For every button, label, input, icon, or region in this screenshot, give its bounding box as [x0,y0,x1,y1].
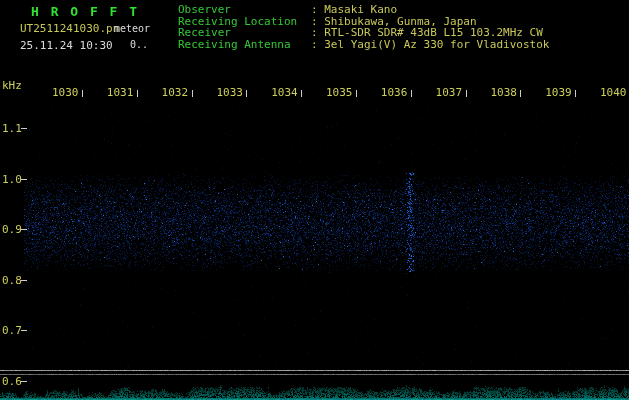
y-axis-tick [21,179,27,180]
y-axis-tick-label: 0.7 [2,324,22,337]
y-axis-unit-label: kHz [2,79,22,92]
info-label: Receiver [178,27,311,39]
x-axis-tick [301,90,302,97]
x-axis-tick [466,90,467,97]
x-axis-tick [192,90,193,97]
y-axis-tick [21,280,27,281]
x-axis-tick-label: 1036 [381,86,408,99]
start-datetime: 25.11.24 10:30 [20,39,113,52]
x-axis-tick-label: 1031 [107,86,134,99]
info-value: : Masaki Kano [311,4,397,16]
info-row: Receiving Antenna: 3el Yagi(V) Az 330 fo… [178,39,549,51]
x-axis-tick-label: 1030 [52,86,79,99]
x-axis-tick-label: 1039 [545,86,572,99]
x-axis-tick [356,90,357,97]
x-axis-tick-label: 1040 [600,86,627,99]
info-label: Observer [178,4,311,16]
observation-tag: meteor [114,23,150,34]
x-axis-tick [575,90,576,97]
info-value: : 3el Yagi(V) Az 330 for Vladivostok [311,39,549,51]
x-axis-tick-label: 1033 [216,86,243,99]
x-axis-tick-label: 1032 [162,86,189,99]
y-axis-tick-label: 0.6 [2,375,22,388]
y-axis-tick-label: 1.1 [2,122,22,135]
app-title: H R O F F T [31,4,139,19]
x-axis-tick [411,90,412,97]
receiver-info-table: Observer: Masaki KanoReceiving Location:… [178,4,549,50]
y-axis-tick-label: 1.0 [2,173,22,186]
x-axis-tick-label: 1037 [436,86,463,99]
y-axis-tick [21,128,27,129]
info-value: : RTL-SDR SDR# 43dB L15 103.2MHz CW [311,27,543,39]
spectrogram-canvas [0,0,629,400]
x-axis-tick-label: 1038 [490,86,517,99]
minute-marker: 0.. [130,39,148,50]
capture-filename: UT2511241030.pn [20,22,119,35]
y-axis-tick-label: 0.8 [2,274,22,287]
y-axis-tick-label: 0.9 [2,223,22,236]
x-axis-tick-label: 1035 [326,86,353,99]
x-axis-tick [82,90,83,97]
x-axis-tick [246,90,247,97]
hrofft-window: H R O F F T UT2511241030.pn meteor 25.11… [0,0,629,400]
info-row: Observer: Masaki Kano [178,4,549,16]
x-axis-tick [520,90,521,97]
y-axis-tick [21,229,27,230]
y-axis-tick [21,330,27,331]
info-row: Receiver: RTL-SDR SDR# 43dB L15 103.2MHz… [178,27,549,39]
y-axis-tick [21,381,27,382]
info-label: Receiving Antenna [178,39,311,51]
x-axis-tick-label: 1034 [271,86,298,99]
x-axis-tick [137,90,138,97]
